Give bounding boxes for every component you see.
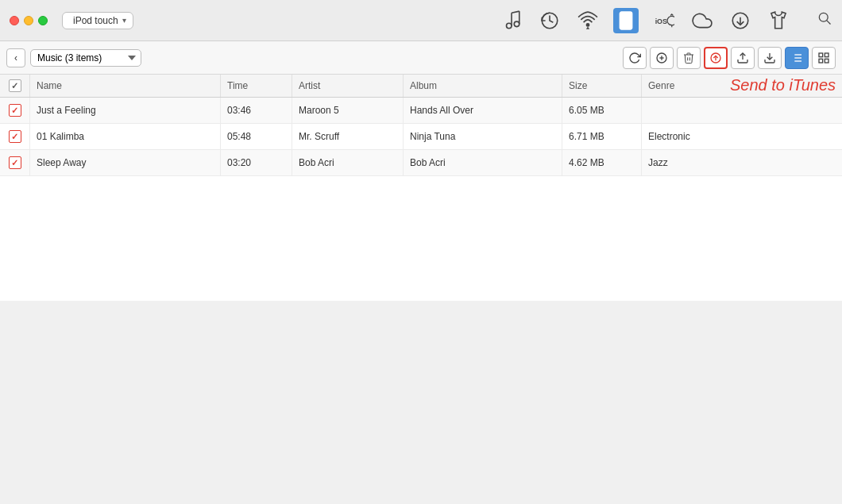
svg-point-0 [507, 23, 512, 29]
svg-line-15 [827, 21, 831, 25]
traffic-lights [10, 16, 48, 25]
svg-text:iOS: iOS [655, 17, 667, 25]
close-button[interactable] [10, 16, 19, 25]
row-2-size: 6.71 MB [562, 124, 642, 149]
nav-icons: iOS [499, 8, 832, 33]
row-3-checkbox-cell[interactable] [0, 150, 30, 175]
header-checkbox-cell[interactable] [0, 75, 30, 97]
content-area: Name Time Artist Album Size Genre Just a… [0, 75, 842, 504]
row-1-size: 6.05 MB [562, 98, 642, 123]
row-3-name: Sleep Away [30, 150, 221, 175]
row-2-genre: Electronic [642, 124, 737, 149]
table-body: Just a Feeling 03:46 Maroon 5 Hands All … [0, 98, 842, 301]
select-all-checkbox[interactable] [9, 79, 21, 92]
delete-button[interactable] [677, 47, 701, 69]
header-name: Name [30, 75, 221, 97]
svg-point-6 [586, 23, 589, 25]
table-row: Just a Feeling 03:46 Maroon 5 Hands All … [0, 98, 842, 124]
svg-line-4 [512, 11, 519, 13]
svg-rect-32 [819, 59, 823, 63]
row-1-time: 03:46 [221, 98, 292, 123]
row-1-artist: Maroon 5 [292, 98, 404, 123]
svg-point-1 [514, 21, 519, 27]
row-3-size: 4.62 MB [562, 150, 642, 175]
refresh-button[interactable] [623, 47, 647, 69]
maximize-button[interactable] [38, 16, 48, 25]
toolbar-row: ‹ Music (3 items) [0, 41, 842, 75]
category-select[interactable]: Music (3 items) [30, 49, 141, 67]
header-album: Album [404, 75, 562, 97]
header-time: Time [221, 75, 292, 97]
row-3-checkbox[interactable] [9, 156, 21, 169]
add-button[interactable] [650, 47, 674, 69]
chevron-down-icon: ▾ [122, 16, 126, 25]
table-row: 01 Kalimba 05:48 Mr. Scruff Ninja Tuna 6… [0, 124, 842, 150]
row-1-genre [642, 98, 737, 123]
svg-rect-30 [825, 53, 828, 57]
cloud-icon[interactable] [689, 8, 715, 33]
table-header: Name Time Artist Album Size Genre [0, 75, 842, 98]
titlebar: iPod touch ▾ [0, 0, 842, 41]
row-3-artist: Bob Acri [292, 150, 404, 175]
music-icon[interactable] [499, 8, 524, 33]
wifi-sync-icon[interactable] [575, 8, 601, 33]
device-selector[interactable]: iPod touch ▾ [62, 12, 133, 29]
row-1-album: Hands All Over [404, 98, 562, 123]
row-1-name: Just a Feeling [30, 98, 221, 123]
row-3-album: Bob Acri [404, 150, 562, 175]
svg-point-11 [667, 16, 674, 25]
row-2-album: Ninja Tuna [404, 124, 562, 149]
tshirt-icon[interactable] [766, 8, 791, 33]
grid-view-button[interactable] [812, 47, 836, 69]
ios-icon[interactable]: iOS [651, 8, 677, 33]
send-to-itunes-button[interactable] [704, 47, 728, 69]
back-button[interactable]: ‹ [6, 48, 25, 67]
row-3-time: 03:20 [221, 150, 292, 175]
empty-area [0, 301, 842, 504]
search-icon[interactable] [817, 10, 832, 30]
row-3-genre: Jazz [642, 150, 737, 175]
import-button[interactable] [758, 47, 782, 69]
row-2-artist: Mr. Scruff [292, 124, 404, 149]
back-icon: ‹ [14, 52, 17, 63]
row-2-time: 05:48 [221, 124, 292, 149]
header-genre: Genre [642, 75, 737, 97]
device-icon[interactable] [613, 8, 639, 33]
svg-rect-29 [819, 53, 823, 57]
row-1-checkbox-cell[interactable] [0, 98, 30, 123]
row-2-name: 01 Kalimba [30, 124, 221, 149]
header-size: Size [562, 75, 642, 97]
row-2-checkbox[interactable] [9, 130, 21, 143]
toolbar-actions [623, 47, 836, 69]
list-view-button[interactable] [785, 47, 809, 69]
download-icon[interactable] [728, 8, 753, 33]
history-icon[interactable] [537, 8, 562, 33]
export-button[interactable] [731, 47, 755, 69]
header-artist: Artist [292, 75, 404, 97]
svg-point-14 [819, 13, 828, 21]
row-1-checkbox[interactable] [9, 104, 21, 117]
minimize-button[interactable] [24, 16, 33, 25]
row-2-checkbox-cell[interactable] [0, 124, 30, 149]
svg-rect-31 [825, 59, 828, 63]
table-row: Sleep Away 03:20 Bob Acri Bob Acri 4.62 … [0, 150, 842, 176]
device-name: iPod touch [73, 15, 118, 26]
